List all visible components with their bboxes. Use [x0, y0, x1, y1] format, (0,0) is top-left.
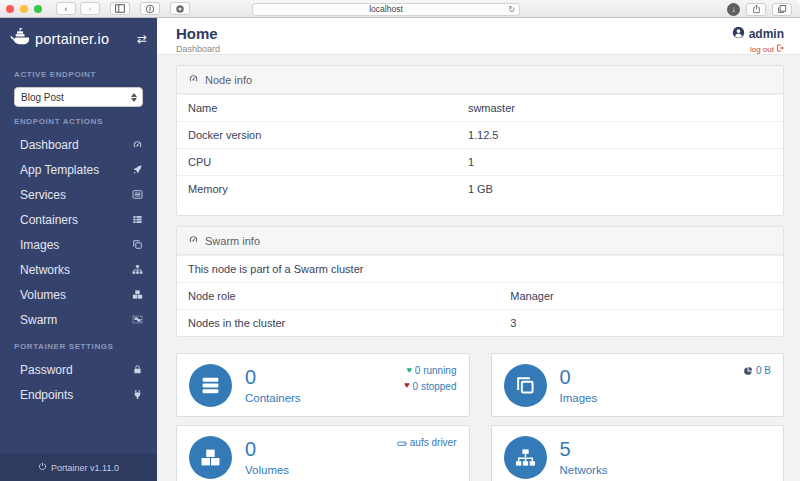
- images-label: Images: [560, 392, 598, 404]
- gauge-icon: [132, 139, 143, 150]
- sidebar-item-swarm[interactable]: Swarm: [0, 307, 157, 332]
- logout-link[interactable]: log out: [732, 44, 784, 54]
- tabs-overview-icon[interactable]: [772, 3, 792, 16]
- row-label: Name: [188, 102, 217, 114]
- clone-icon: [504, 364, 547, 407]
- power-icon: [38, 462, 47, 473]
- running-count: 0 running: [415, 363, 457, 379]
- list-icon: [132, 189, 143, 200]
- sidebar-item-volumes[interactable]: Volumes: [0, 282, 157, 307]
- gauge-icon: [188, 73, 199, 86]
- table-row: Name swmaster: [177, 94, 783, 121]
- page-header: Home Dashboard admin log out: [157, 18, 800, 55]
- swarm-note-row: This node is part of a Swarm cluster: [177, 255, 783, 282]
- active-endpoint-label: ACTIVE ENDPOINT: [0, 60, 157, 83]
- sidebar-item-password[interactable]: Password: [0, 357, 157, 382]
- zoom-window-button[interactable]: [34, 5, 42, 13]
- window-controls: [6, 5, 42, 13]
- logout-label: log out: [750, 45, 774, 54]
- sidebar-item-label: Swarm: [20, 313, 57, 327]
- sidebar-item-images[interactable]: Images: [0, 232, 157, 257]
- portainer-settings-label: PORTAINER SETTINGS: [0, 332, 157, 355]
- username[interactable]: admin: [749, 27, 784, 41]
- page-info-icon[interactable]: [140, 2, 160, 15]
- sidebar-item-label: App Templates: [20, 163, 99, 177]
- panel-title: Node info: [205, 74, 252, 86]
- clone-icon: [132, 239, 143, 250]
- url-text: localhost: [369, 4, 403, 14]
- sidebar-item-dashboard[interactable]: Dashboard: [0, 132, 157, 157]
- lock-icon: [132, 364, 143, 375]
- table-row: CPU 1: [177, 148, 783, 175]
- networks-card[interactable]: 5 Networks: [491, 425, 785, 481]
- sidebar-item-app-templates[interactable]: App Templates: [0, 157, 157, 182]
- swarm-info-panel: Swarm info This node is part of a Swarm …: [176, 226, 784, 337]
- row-label: Nodes in the cluster: [188, 317, 285, 329]
- pie-chart-icon: [743, 366, 753, 376]
- extension-icon[interactable]: [170, 2, 190, 15]
- images-count: 0: [560, 367, 598, 387]
- sidebar-item-label: Endpoints: [20, 388, 73, 402]
- sidebar-item-services[interactable]: Services: [0, 182, 157, 207]
- volumes-card[interactable]: 0 Volumes aufs driver: [176, 425, 470, 481]
- app-version: Portainer v1.11.0: [51, 463, 119, 473]
- swarm-note: This node is part of a Swarm cluster: [188, 263, 363, 275]
- table-row: Node role Manager: [177, 282, 783, 309]
- row-value: swmaster: [468, 102, 515, 114]
- row-label: Memory: [188, 183, 228, 195]
- page-title: Home: [176, 25, 784, 42]
- sidebar-item-label: Volumes: [20, 288, 66, 302]
- sidebar-item-endpoints[interactable]: Endpoints: [0, 382, 157, 407]
- sidebar-item-label: Networks: [20, 263, 70, 277]
- heart-green-icon: ♥: [406, 364, 411, 378]
- containers-count: 0: [245, 367, 301, 387]
- share-icon[interactable]: [746, 3, 766, 16]
- downloads-icon[interactable]: ↓: [727, 3, 740, 16]
- address-bar[interactable]: localhost ↻: [252, 3, 520, 16]
- table-row: Memory 1 GB: [177, 175, 783, 202]
- sidebar-item-label: Dashboard: [20, 138, 79, 152]
- images-card[interactable]: 0 Images 0 B: [491, 353, 785, 417]
- networks-count: 5: [560, 439, 608, 459]
- row-label: Node role: [188, 290, 236, 302]
- containers-card[interactable]: 0 Containers ♥ 0 running ♥ 0 stopped: [176, 353, 470, 417]
- minimize-window-button[interactable]: [20, 5, 28, 13]
- sidebar-item-label: Password: [20, 363, 73, 377]
- portainer-whale-logo-icon: [10, 27, 31, 52]
- back-button[interactable]: ‹: [56, 2, 76, 15]
- row-label: CPU: [188, 156, 211, 168]
- row-value: 1 GB: [468, 183, 493, 195]
- sidebar-item-label: Containers: [20, 213, 78, 227]
- reload-icon[interactable]: ↻: [508, 5, 515, 14]
- volumes-count: 0: [245, 439, 289, 459]
- select-stepper-icon: [131, 93, 137, 102]
- cubes-icon: [132, 289, 143, 300]
- cubes-icon: [189, 436, 232, 479]
- forward-button[interactable]: ›: [80, 2, 100, 15]
- table-row: Nodes in the cluster 3: [177, 309, 783, 336]
- endpoint-select[interactable]: Blog Post: [14, 87, 143, 107]
- row-value: 3: [510, 317, 516, 329]
- sidebar-item-containers[interactable]: Containers: [0, 207, 157, 232]
- sidebar-toggle-icon[interactable]: [110, 2, 130, 15]
- volumes-label: Volumes: [245, 464, 289, 476]
- browser-chrome: ‹ › localhost ↻ ↓: [0, 0, 800, 18]
- containers-label: Containers: [245, 392, 301, 404]
- row-value: Manager: [510, 290, 553, 302]
- sitemap-icon: [132, 264, 143, 275]
- app-logo-text: portainer.io: [35, 31, 109, 47]
- server-icon: [189, 364, 232, 407]
- heart-red-icon: ♥: [404, 379, 409, 393]
- close-window-button[interactable]: [6, 5, 14, 13]
- networks-label: Networks: [560, 464, 608, 476]
- sidebar-item-networks[interactable]: Networks: [0, 257, 157, 282]
- gauge-icon: [188, 234, 199, 247]
- grid-icon: [132, 214, 143, 225]
- user-avatar-icon: [732, 26, 745, 42]
- row-value: 1: [468, 156, 474, 168]
- hdd-icon: [397, 438, 407, 448]
- endpoint-actions-label: ENDPOINT ACTIONS: [0, 107, 157, 130]
- stopped-count: 0 stopped: [413, 379, 457, 395]
- sidebar-collapse-icon[interactable]: ⇄: [137, 32, 147, 46]
- sidebar: portainer.io ⇄ ACTIVE ENDPOINT Blog Post…: [0, 18, 157, 481]
